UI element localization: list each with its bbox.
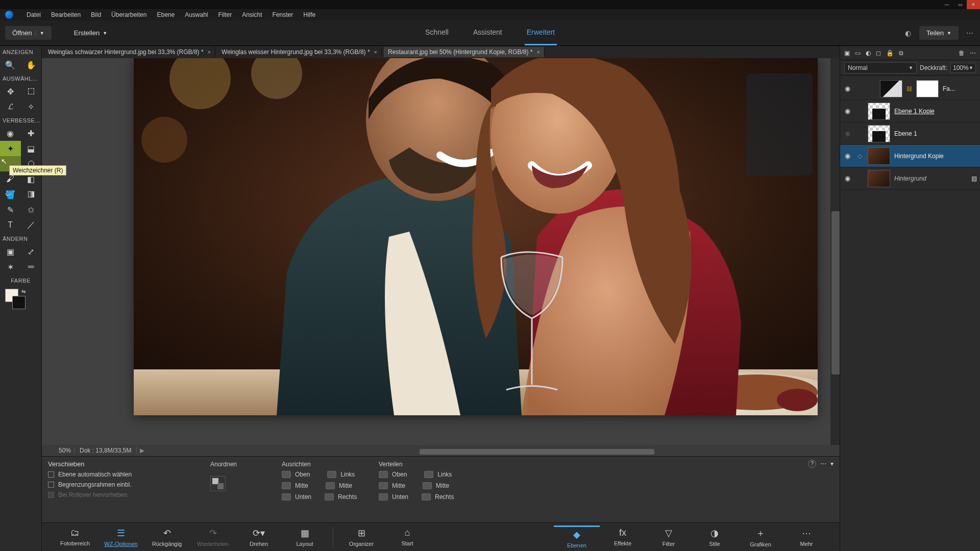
menu-ebene[interactable]: Ebene — [157, 11, 175, 18]
zoom-tool[interactable]: 🔍 — [0, 57, 21, 72]
pencil-tool[interactable]: ／ — [21, 217, 42, 233]
document-tab[interactable]: Weinglas schwarzer Hintergrund.jpg bei 3… — [44, 47, 215, 57]
document-tab[interactable]: Weinglas weisser Hintergrund.jpg bei 33,… — [217, 47, 382, 57]
background-color-swatch[interactable] — [12, 296, 26, 309]
dock-start[interactable]: ⌂Start — [384, 528, 430, 546]
help-icon[interactable]: ? — [808, 460, 816, 468]
menu-hilfe[interactable]: Hilfe — [303, 11, 315, 18]
open-button[interactable]: Öffnen ▼ — [5, 26, 52, 40]
visibility-toggle-icon[interactable]: ◉ — [843, 107, 851, 115]
dock-grafiken[interactable]: ＋Grafiken — [738, 527, 783, 547]
dock-organizer[interactable]: ⊞Organizer — [338, 528, 384, 547]
content-aware-tool[interactable]: ✶ — [0, 259, 21, 274]
dock-wzoptionen[interactable]: ☰WZ-Optionen — [98, 528, 144, 547]
lasso-tool[interactable]: 𝓛 — [0, 99, 21, 114]
dock-fotobereich[interactable]: 🗂Fotobereich — [52, 528, 98, 546]
align-vcenter-icon[interactable] — [282, 482, 291, 489]
lock-indicator-icon[interactable]: ◇ — [855, 153, 864, 160]
layer-mask-thumbnail[interactable] — [916, 80, 939, 97]
maximize-button[interactable]: ▭ — [953, 0, 967, 9]
more-icon[interactable]: ⋯ — [965, 28, 975, 38]
visibility-toggle-icon[interactable]: ◉ — [843, 130, 851, 137]
color-swatches[interactable]: ⇆ — [5, 289, 26, 309]
shape-tool[interactable]: ✩ — [21, 202, 42, 217]
layer-row[interactable]: ◉ Ebene 1 Kopie — [840, 100, 980, 122]
layer-name[interactable]: Ebene 1 Kopie — [894, 108, 977, 115]
eyedropper-tool[interactable]: ✎ — [0, 202, 21, 217]
horizontal-scrollbar-thumb[interactable] — [420, 449, 654, 455]
theme-toggle-icon[interactable]: ◐ — [903, 28, 913, 38]
panel-more-icon[interactable]: ⋯ — [970, 49, 976, 57]
zoom-field[interactable]: 50% — [44, 447, 75, 454]
distribute-left-icon[interactable] — [424, 471, 433, 478]
layer-mask-icon[interactable]: ◻ — [876, 49, 881, 57]
dock-filter[interactable]: ▽Filter — [646, 528, 692, 547]
align-right-icon[interactable] — [325, 493, 334, 500]
status-chevron-icon[interactable]: ▶ — [137, 447, 148, 454]
layer-name[interactable]: Ebene 1 — [894, 130, 977, 137]
dock-layout[interactable]: ▦Layout — [282, 528, 328, 547]
lock-layer-icon[interactable]: 🔒 — [886, 49, 894, 57]
distribute-vcenter-icon[interactable] — [379, 482, 388, 489]
clone-stamp-tool[interactable]: ⬓ — [21, 141, 42, 156]
share-button[interactable]: Teilen ▼ — [919, 26, 959, 40]
mode-schnell[interactable]: Schnell — [423, 20, 451, 45]
adjustment-layer-icon[interactable]: ◐ — [866, 49, 871, 57]
layer-row[interactable]: ◉ ◇ Hintergrund Kopie — [840, 145, 980, 167]
delete-layer-icon[interactable]: 🗑 — [959, 49, 965, 57]
menu-filter[interactable]: Filter — [218, 11, 232, 18]
magic-wand-tool[interactable]: ✧ — [21, 99, 42, 114]
dock-wiederholen[interactable]: ↷Wiederholen — [190, 528, 236, 547]
redeye-tool[interactable]: ◉ — [0, 126, 21, 141]
new-layer-icon[interactable]: ▣ — [844, 49, 850, 57]
layer-name[interactable]: Hintergrund Kopie — [894, 153, 977, 160]
collapse-options-icon[interactable]: ▾ — [830, 460, 834, 467]
document-tab[interactable]: Restaurant.jpg bei 50% (Hintergrund Kopi… — [384, 47, 545, 57]
close-window-button[interactable]: ✕ — [967, 0, 980, 9]
menu-bearbeiten[interactable]: Bearbeiten — [51, 11, 81, 18]
dock-drehen[interactable]: ⟳▾Drehen — [236, 528, 282, 547]
minimize-button[interactable]: — — [940, 0, 953, 9]
close-tab-icon[interactable]: × — [537, 49, 540, 55]
blend-mode-select[interactable]: Normal ▼ — [844, 62, 917, 73]
type-tool[interactable]: T — [0, 217, 21, 233]
smart-brush-tool[interactable]: ✦ — [0, 141, 21, 156]
close-tab-icon[interactable]: × — [374, 49, 377, 55]
align-left-icon[interactable] — [327, 471, 336, 478]
menu-ansicht[interactable]: Ansicht — [242, 11, 262, 18]
dock-ebenen[interactable]: ◆Ebenen — [554, 525, 600, 548]
distribute-right-icon[interactable] — [422, 493, 431, 500]
distribute-hcenter-icon[interactable] — [423, 482, 432, 489]
swap-colors-icon[interactable]: ⇆ — [21, 289, 26, 294]
arrange-icon[interactable] — [210, 476, 226, 491]
dock-rueckgaengig[interactable]: ↶Rückgängig — [144, 528, 190, 547]
layer-row[interactable]: ◉ Hintergrund ▧ — [840, 167, 980, 190]
straighten-tool[interactable]: ═ — [21, 259, 42, 274]
hand-tool[interactable]: ✋ — [21, 57, 42, 72]
visibility-toggle-icon[interactable]: ◉ — [843, 174, 851, 182]
mode-erweitert[interactable]: Erweitert — [525, 20, 557, 45]
menu-ueberarbeiten[interactable]: Überarbeiten — [111, 11, 146, 18]
paint-bucket-tool[interactable]: 🪣 — [0, 187, 21, 202]
layer-name[interactable]: Fa... — [943, 85, 977, 92]
scrollbar-thumb[interactable] — [831, 211, 840, 374]
mode-assistent[interactable]: Assistent — [471, 20, 504, 45]
layer-row[interactable]: ◉ Ebene 1 — [840, 122, 980, 145]
options-more-icon[interactable]: ⋯ — [820, 460, 826, 467]
recompose-tool[interactable]: ⤢ — [21, 244, 42, 259]
align-top-icon[interactable] — [282, 471, 291, 478]
layer-name[interactable]: Hintergrund — [894, 175, 967, 182]
dock-effekte[interactable]: fxEffekte — [600, 528, 646, 546]
distribute-top-icon[interactable] — [379, 471, 388, 478]
crop-tool[interactable]: ▣ — [0, 244, 21, 259]
menu-auswahl[interactable]: Auswahl — [185, 11, 208, 18]
visibility-toggle-icon[interactable]: ◉ — [843, 152, 851, 160]
create-button[interactable]: Erstellen ▼ — [67, 26, 115, 40]
align-bottom-icon[interactable] — [282, 493, 291, 500]
menu-fenster[interactable]: Fenster — [273, 11, 293, 18]
menu-datei[interactable]: Datei — [27, 11, 41, 18]
link-layers-icon[interactable]: ⧉ — [899, 49, 903, 57]
distribute-bottom-icon[interactable] — [379, 493, 388, 500]
move-tool[interactable]: ✥ — [0, 84, 21, 99]
align-hcenter-icon[interactable] — [326, 482, 335, 489]
